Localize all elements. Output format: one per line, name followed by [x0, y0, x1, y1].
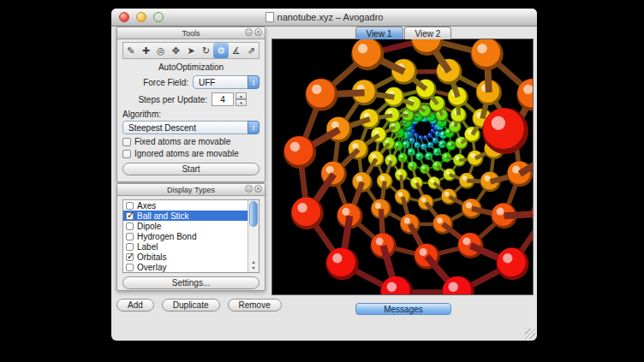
display-type-row[interactable]: Ball and Stick	[123, 211, 247, 221]
display-type-row[interactable]: Hydrogen Bond	[123, 231, 247, 241]
display-type-label: Axes	[137, 201, 156, 211]
autorotate-tool-icon[interactable]: ↻	[199, 43, 214, 58]
tab-view-2[interactable]: View 2	[404, 27, 452, 39]
align-tool-icon[interactable]: ⇗	[244, 43, 259, 58]
display-type-row[interactable]: Label	[123, 241, 247, 252]
selection-tool-icon[interactable]: ➤	[183, 43, 199, 58]
navigate-tool-icon[interactable]: ✚	[139, 43, 154, 58]
duplicate-button[interactable]: Duplicate	[162, 299, 220, 312]
display-type-row[interactable]: Dipole	[123, 221, 247, 231]
display-type-label: Hydrogen Bond	[137, 232, 197, 241]
measure-tool-icon[interactable]: ∡	[229, 43, 244, 58]
steps-stepper[interactable]	[236, 92, 247, 106]
scrollbar-thumb[interactable]	[249, 201, 258, 227]
display-palette-titlebar[interactable]: Display Types □ ×	[117, 184, 265, 196]
display-type-checkbox[interactable]	[126, 223, 134, 230]
display-type-checkbox[interactable]	[126, 233, 134, 240]
display-list-scrollbar[interactable]	[247, 200, 259, 272]
display-types-list: AxesBall and StickDipoleHydrogen BondLab…	[122, 199, 259, 273]
settings-button[interactable]: Settings...	[122, 276, 259, 289]
autooptimization-title: AutoOptimization	[122, 62, 259, 72]
display-type-checkbox[interactable]	[126, 212, 134, 220]
stepper-up-icon[interactable]	[236, 92, 247, 99]
display-actions: Add Duplicate Remove	[116, 299, 282, 312]
tools-palette-title: Tools	[182, 29, 200, 38]
display-palette-title: Display Types	[167, 186, 215, 194]
tools-palette-titlebar[interactable]: Tools □ ×	[117, 27, 265, 39]
nanotube-render	[272, 39, 533, 294]
popup-arrows-icon	[247, 75, 259, 89]
tools-float-button[interactable]: □	[245, 28, 253, 36]
ignored-atoms-checkbox[interactable]	[122, 150, 131, 158]
scroll-up-icon[interactable]	[252, 259, 254, 265]
force-field-label: Force Field:	[122, 78, 193, 87]
display-close-button[interactable]: ×	[254, 185, 262, 193]
document-icon	[265, 12, 274, 22]
force-field-popup[interactable]: UFF	[193, 75, 259, 89]
display-types-palette: Display Types □ × AxesBall and StickDipo…	[116, 183, 265, 291]
stepper-down-icon[interactable]	[236, 99, 247, 106]
window-title: nanotube.xyz – Avogadro	[163, 12, 486, 22]
tools-palette: Tools □ × ✎✚◎✥➤↻⚙∡⇗ AutoOptimization For…	[116, 27, 265, 182]
fixed-atoms-label: Fixed atoms are movable	[134, 137, 230, 146]
display-type-checkbox[interactable]	[126, 243, 134, 251]
algorithm-popup[interactable]: Steepest Descent	[122, 121, 259, 134]
autooptimize-tool-icon[interactable]: ⚙	[213, 43, 229, 58]
add-button[interactable]: Add	[116, 299, 154, 312]
ignored-atoms-label: Ignored atoms are movable	[134, 149, 239, 158]
algorithm-label: Algorithm:	[122, 110, 161, 119]
gl-viewport[interactable]	[271, 39, 534, 295]
messages-button[interactable]: Messages	[355, 303, 451, 315]
fixed-atoms-checkbox[interactable]	[122, 138, 131, 146]
display-type-checkbox[interactable]	[126, 202, 134, 210]
display-type-row[interactable]: Overlay	[123, 262, 247, 272]
window-titlebar: nanotube.xyz – Avogadro	[111, 9, 537, 27]
display-type-checkbox[interactable]	[126, 253, 134, 261]
view-pane: View 1 View 2 Messages	[271, 27, 535, 315]
steps-per-update-field[interactable]: 4	[212, 92, 234, 106]
display-type-row[interactable]: Orbitals	[123, 252, 247, 262]
close-button[interactable]	[119, 12, 129, 22]
display-body: AxesBall and StickDipoleHydrogen BondLab…	[117, 196, 265, 289]
display-float-button[interactable]: □	[245, 185, 253, 193]
tab-view-1[interactable]: View 1	[355, 27, 403, 39]
start-button[interactable]: Start	[122, 163, 259, 175]
steps-per-update-label: Steps per Update:	[122, 95, 212, 104]
minimize-button[interactable]	[136, 12, 146, 22]
view-tab-bar: View 1 View 2	[271, 27, 535, 39]
tools-body: ✎✚◎✥➤↻⚙∡⇗ AutoOptimization Force Field: …	[117, 39, 265, 175]
display-type-label: Overlay	[137, 263, 166, 272]
display-type-label: Dipole	[137, 222, 161, 231]
algorithm-value: Steepest Descent	[128, 123, 196, 133]
display-type-checkbox[interactable]	[126, 264, 134, 271]
manipulate-tool-icon[interactable]: ✥	[169, 43, 184, 58]
tool-selector-toolbar: ✎✚◎✥➤↻⚙∡⇗	[122, 42, 259, 59]
display-type-label: Label	[137, 242, 158, 252]
tools-close-button[interactable]: ×	[254, 28, 262, 36]
draw-tool-icon[interactable]: ✎	[123, 43, 139, 58]
display-type-label: Ball and Stick	[137, 211, 189, 221]
display-type-row[interactable]: Axes	[123, 200, 247, 211]
popup-arrows-icon	[247, 121, 259, 134]
display-type-label: Orbitals	[137, 252, 166, 262]
resize-grip[interactable]	[525, 329, 535, 339]
force-field-value: UFF	[199, 78, 215, 87]
bond-centric-tool-icon[interactable]: ◎	[153, 43, 169, 58]
avogadro-window: nanotube.xyz – Avogadro Tools □ × ✎✚◎✥➤↻…	[111, 9, 537, 341]
scroll-down-icon[interactable]	[252, 265, 254, 271]
